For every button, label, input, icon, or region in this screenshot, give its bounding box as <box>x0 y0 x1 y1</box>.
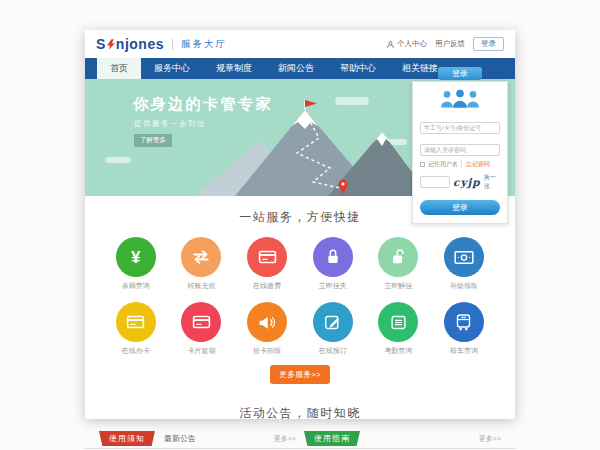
feedback-link[interactable]: 用户反馈 <box>435 39 465 49</box>
service-label: 考勤查询 <box>366 346 432 356</box>
card-icon <box>181 302 221 342</box>
services-more-wrap: 更多服务>> <box>85 356 515 384</box>
nav-item-4[interactable]: 帮助中心 <box>327 58 389 79</box>
nav-item-1[interactable]: 服务中心 <box>141 58 203 79</box>
bus-icon <box>444 302 484 342</box>
service-label: 拾卡招领 <box>234 346 300 356</box>
latest-announcements-tab[interactable]: 最新公告 <box>164 431 196 446</box>
services-grid: ¥ 余额查询 转账充值 在线缴费 立即挂失 立即解挂 补助领取 在线办卡 卡片延… <box>85 226 515 356</box>
usage-notice-ribbon[interactable]: 使用须知 <box>99 431 155 446</box>
captcha-refresh-link[interactable]: 换一张 <box>484 173 500 191</box>
nav-item-2[interactable]: 规章制度 <box>203 58 265 79</box>
service-label: 立即解挂 <box>366 281 432 291</box>
service-item[interactable]: 拾卡招领 <box>234 302 300 356</box>
transfer-icon <box>181 237 221 277</box>
header: S njones 服务大厅 个人中心 用户反馈 <box>85 30 515 58</box>
yen-icon: ¥ <box>116 237 156 277</box>
remember-checkbox[interactable] <box>420 162 425 167</box>
service-label: 在线预订 <box>300 346 366 356</box>
feedback-label: 用户反馈 <box>435 39 465 49</box>
header-links: 个人中心 用户反馈 登录 <box>386 37 504 51</box>
unlock-icon <box>378 237 418 277</box>
service-label: 补助领取 <box>431 281 497 291</box>
service-item[interactable]: 卡片延期 <box>169 302 235 356</box>
announcements-title: 活动公告，随时知晓 <box>85 392 515 422</box>
logo: S njones 服务大厅 <box>96 36 227 52</box>
portal-page: S njones 服务大厅 个人中心 用户反馈 <box>85 30 515 419</box>
announcements-row: 使用须知 最新公告 更多>> 使用指南 更多>> <box>85 431 515 449</box>
service-item[interactable]: 在线缴费 <box>234 237 300 291</box>
captcha-row: cyjp 换一张 <box>420 173 500 191</box>
service-item[interactable]: 补助领取 <box>431 237 497 291</box>
megaphone-icon <box>247 302 287 342</box>
desktop-background: S njones 服务大厅 个人中心 用户反馈 <box>0 0 600 450</box>
edit-icon <box>313 302 353 342</box>
service-item[interactable]: 校车查询 <box>431 302 497 356</box>
nav-item-3[interactable]: 新闻公告 <box>265 58 327 79</box>
left-more-link[interactable]: 更多>> <box>274 431 296 446</box>
right-more-link[interactable]: 更多>> <box>479 431 501 446</box>
users-icon <box>420 89 500 112</box>
hero-cta-button[interactable]: 了解更多 <box>134 134 172 147</box>
service-item[interactable]: 在线预订 <box>300 302 366 356</box>
service-label: 在线缴费 <box>234 281 300 291</box>
announcement-panel-right: 使用指南 更多>> <box>300 431 505 448</box>
logo-bolt-icon <box>107 39 115 50</box>
captcha-input[interactable] <box>420 176 450 188</box>
hero-banner: 你身边的卡管专家 提供服务一步到位 了解更多 登录 <box>85 79 515 196</box>
service-item[interactable]: 立即挂失 <box>300 237 366 291</box>
service-item[interactable]: 转账充值 <box>169 237 235 291</box>
logo-divider <box>172 39 173 50</box>
service-item[interactable]: 考勤查询 <box>366 302 432 356</box>
service-item[interactable]: ¥ 余额查询 <box>103 237 169 291</box>
logo-text-prefix: S <box>96 36 106 52</box>
password-input[interactable] <box>420 144 500 156</box>
service-item[interactable]: 在线办卡 <box>103 302 169 356</box>
login-submit-button[interactable]: 登录 <box>420 200 500 215</box>
lock-icon <box>313 237 353 277</box>
cloud-decoration <box>105 157 131 163</box>
personal-center-label: 个人中心 <box>397 39 427 49</box>
service-label: 校车查询 <box>431 346 497 356</box>
list-icon <box>378 302 418 342</box>
login-tab[interactable]: 登录 <box>438 67 482 80</box>
service-label: 立即挂失 <box>300 281 366 291</box>
service-label: 转账充值 <box>169 281 235 291</box>
portal-name: 服务大厅 <box>181 38 227 51</box>
announcements-section: 活动公告，随时知晓 使用须知 最新公告 更多>> 使用指南 更多>> <box>85 392 515 449</box>
user-icon <box>386 40 395 49</box>
banknote-icon <box>444 237 484 277</box>
services-section: 一站服务，方便快捷 ¥ 余额查询 转账充值 在线缴费 立即挂失 立即解挂 补助领… <box>85 196 515 384</box>
logo-text-rest: njones <box>116 36 164 52</box>
login-form: 记住用户名 忘记密码 cyjp 换一张 登录 <box>412 81 508 224</box>
service-label: 卡片延期 <box>169 346 235 356</box>
username-input[interactable] <box>420 122 500 134</box>
card-icon <box>116 302 156 342</box>
more-services-button[interactable]: 更多服务>> <box>270 365 329 384</box>
captcha-image[interactable]: cyjp <box>453 176 481 188</box>
personal-center-link[interactable]: 个人中心 <box>386 39 427 49</box>
remember-row: 记住用户名 忘记密码 <box>420 160 500 169</box>
mountain-illustration <box>180 98 430 196</box>
service-label: 在线办卡 <box>103 346 169 356</box>
forgot-password-link[interactable]: 忘记密码 <box>461 160 490 169</box>
usage-guide-ribbon[interactable]: 使用指南 <box>304 431 360 446</box>
nav-item-0[interactable]: 首页 <box>97 58 141 79</box>
header-login-button[interactable]: 登录 <box>473 37 504 51</box>
announcement-panel-left: 使用须知 最新公告 更多>> <box>95 431 300 448</box>
service-item[interactable]: 立即解挂 <box>366 237 432 291</box>
login-panel: 登录 记住用户名 忘记密码 <box>412 67 508 224</box>
card-icon <box>247 237 287 277</box>
service-label: 余额查询 <box>103 281 169 291</box>
remember-label: 记住用户名 <box>428 160 458 169</box>
